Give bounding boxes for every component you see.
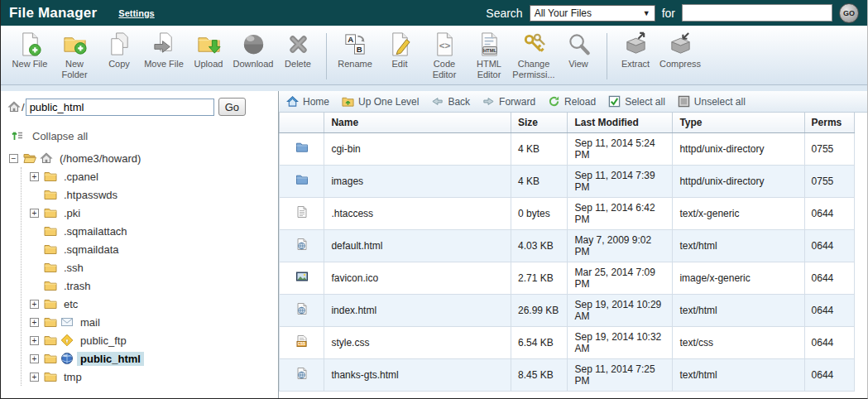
tree-item-ssh[interactable]: .ssh — [30, 258, 278, 276]
nav-button-forward[interactable]: Forward — [482, 95, 535, 108]
table-row[interactable]: cgi-bin 4 KB Sep 11, 2014 5:24 PM httpd/… — [280, 132, 855, 165]
path-input[interactable] — [26, 99, 214, 116]
search-input[interactable] — [682, 4, 832, 22]
toolbar-button-change-permissi[interactable]: Change Permissi... — [511, 31, 556, 79]
copy-icon — [107, 31, 132, 57]
cell-perms: 0644 — [804, 358, 854, 391]
tree-item-root[interactable]: − (/home3/howard) — [9, 149, 278, 167]
extract-icon — [623, 31, 649, 57]
tree-item-cpanel[interactable]: + .cpanel — [30, 167, 278, 185]
table-row[interactable]: default.html 4.03 KB May 7, 2009 9:02 PM… — [280, 229, 855, 262]
tree-item-tmp[interactable]: + tmp — [30, 368, 278, 386]
toolbar-button-view[interactable]: View — [556, 31, 601, 70]
table-row[interactable]: images 4 KB Sep 11, 2014 7:39 PM httpd/u… — [280, 165, 855, 197]
toolbar-label: New Folder — [52, 59, 97, 79]
tree-expand-toggle[interactable]: + — [30, 354, 39, 363]
tree-item-htpasswds[interactable]: .htpasswds — [30, 185, 278, 204]
column-header-size[interactable]: Size — [511, 113, 568, 132]
column-header-last-modified[interactable]: Last Modified — [568, 113, 673, 132]
navigation-bar: Home Up One Level Back Forward — [279, 91, 867, 113]
toolbar-separator — [326, 33, 327, 79]
tree-expand-toggle[interactable]: + — [30, 373, 39, 382]
table-row[interactable]: thanks-gts.html 8.45 KB Sep 11, 2014 7:2… — [280, 358, 855, 391]
edit-icon — [387, 31, 413, 57]
toolbar-button-upload[interactable]: Upload — [186, 31, 231, 70]
toolbar-button-rename[interactable]: AB Rename — [333, 31, 377, 70]
column-header-perms[interactable]: Perms — [804, 113, 854, 132]
new-file-icon — [17, 31, 43, 57]
toolbar-shadow-strip — [1, 85, 867, 91]
nav-label: Unselect all — [694, 96, 746, 108]
cell-modified: Sep 11, 2014 7:39 PM — [568, 165, 673, 197]
settings-link[interactable]: Settings — [118, 8, 154, 18]
html-file-icon — [295, 367, 309, 380]
column-header-name[interactable]: Name — [324, 113, 511, 132]
tree-expand-toggle[interactable]: + — [30, 318, 39, 327]
text-file-icon — [295, 205, 309, 219]
cell-perms: 0644 — [804, 229, 854, 262]
toolbar-button-copy[interactable]: Copy — [97, 31, 141, 70]
toolbar-button-download[interactable]: Download — [231, 31, 276, 70]
toolbar-label: View — [568, 59, 588, 70]
tree-item-sqmailattach[interactable]: .sqmailattach — [30, 222, 278, 240]
cell-name: favicon.ico — [324, 262, 511, 294]
tree-item-label: .pki — [60, 206, 84, 220]
folder-yellow-icon — [44, 370, 57, 383]
svg-text:<>: <> — [439, 40, 450, 50]
nav-button-back[interactable]: Back — [431, 95, 470, 108]
toolbar-button-delete[interactable]: Delete — [276, 31, 320, 70]
image-file-icon — [295, 270, 309, 283]
home-small-icon — [7, 100, 21, 113]
tree-expand-toggle[interactable]: + — [30, 172, 39, 181]
tree-item-mail[interactable]: + mail — [30, 313, 278, 331]
toolbar-button-compress[interactable]: Compress — [658, 31, 703, 70]
file-manager-window: File Manager Settings Search All Your Fi… — [0, 0, 868, 399]
nav-button-up-one-level[interactable]: Up One Level — [342, 95, 419, 108]
cell-type: text/css — [673, 326, 804, 358]
cell-type: httpd/unix-directory — [673, 165, 804, 197]
tree-collapse-toggle[interactable]: − — [9, 154, 18, 163]
search-scope-dropdown[interactable]: All Your Files ▼ — [530, 5, 655, 22]
cell-type: image/x-generic — [673, 262, 804, 294]
table-row[interactable]: index.html 26.99 KB Sep 19, 2014 10:29 A… — [280, 294, 855, 326]
table-row[interactable]: favicon.ico 2.71 KB Mar 25, 2014 7:09 PM… — [280, 262, 855, 294]
table-row[interactable]: CSS style.css 6.54 KB Sep 19, 2014 10:32… — [280, 326, 855, 358]
search-area: Search All Your Files ▼ for GO — [486, 3, 859, 23]
nav-button-unselect-all[interactable]: Unselect all — [678, 95, 746, 108]
toolbar-label: Copy — [108, 59, 130, 70]
tree-expand-toggle[interactable]: + — [30, 209, 39, 218]
tree-item-etc[interactable]: + etc — [30, 295, 278, 313]
toolbar-button-extract[interactable]: Extract — [613, 31, 658, 70]
tree-expand-toggle[interactable]: + — [30, 336, 39, 345]
cell-type: text/html — [673, 358, 804, 391]
search-go-button[interactable]: GO — [839, 3, 859, 23]
path-go-button[interactable]: Go — [218, 98, 246, 116]
toolbar-button-html-editor[interactable]: HTML HTML Editor — [467, 31, 511, 79]
tree-item-pki[interactable]: + .pki — [30, 204, 278, 222]
toolbar-button-new-file[interactable]: New File — [7, 31, 52, 70]
tree-item-trash[interactable]: .trash — [30, 276, 278, 295]
tree-item-public-html[interactable]: + public_html — [30, 349, 278, 368]
column-header[interactable] — [280, 113, 324, 132]
collapse-all-button[interactable]: Collapse all — [11, 129, 278, 142]
tree-item-public-ftp[interactable]: + public_ftp — [30, 331, 278, 349]
toolbar-button-edit[interactable]: Edit — [377, 31, 422, 70]
toolbar-button-move-file[interactable]: Move File — [141, 31, 186, 70]
tree-item-sqmaildata[interactable]: .sqmaildata — [30, 240, 278, 258]
toolbar-button-new-folder[interactable]: New Folder — [52, 31, 97, 79]
folder-yellow-icon — [44, 334, 57, 347]
table-row[interactable]: .htaccess 0 bytes Sep 11, 2014 6:42 PM t… — [280, 197, 855, 229]
cell-name: index.html — [324, 294, 511, 326]
tree-item-label: public_ftp — [77, 334, 130, 348]
nav-button-select-all[interactable]: Select all — [608, 95, 665, 108]
tree-children: + .cpanel .htpasswds — [21, 167, 278, 386]
toolbar-button-code-editor[interactable]: <> Code Editor — [422, 31, 467, 79]
column-header-type[interactable]: Type — [673, 113, 804, 132]
svg-text:A: A — [348, 35, 353, 44]
nav-label: Reload — [564, 96, 596, 108]
tree-expand-toggle[interactable]: + — [30, 300, 39, 309]
nav-button-home[interactable]: Home — [286, 95, 329, 108]
delete-icon — [285, 31, 311, 57]
nav-label: Back — [448, 96, 470, 108]
nav-button-reload[interactable]: Reload — [548, 95, 596, 108]
